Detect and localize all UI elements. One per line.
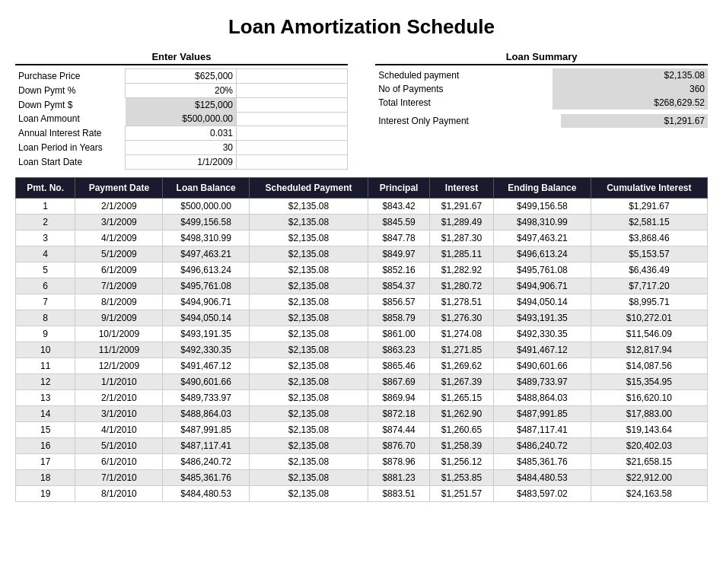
table-cell: $1,291.67 [430,199,494,215]
table-cell: $498,310.99 [494,215,591,230]
table-cell: $2,135.08 [249,310,368,326]
enter-values-label: Down Pymt $ [15,98,126,113]
table-cell: $1,253.85 [430,470,494,486]
table-cell: 3/1/2010 [75,406,163,422]
interest-only-row: Interest Only Payment $1,291.67 [375,114,708,128]
table-row: 1011/1/2009$492,330.35$2,135.08$863.23$1… [16,342,708,358]
table-cell: $492,330.35 [163,342,249,358]
table-cell: $496,613.24 [494,246,591,262]
loan-summary-label: No of Payments [375,82,553,96]
table-cell: $494,050.14 [494,294,591,310]
interest-only-label: Interest Only Payment [375,114,561,128]
table-row: 165/1/2010$487,117.41$2,135.08$876.70$1,… [16,438,708,454]
table-cell: $2,135.08 [249,422,368,438]
table-cell: $2,581.15 [591,215,707,230]
table-cell: $494,050.14 [163,310,249,326]
table-cell: $24,163.58 [591,486,707,502]
table-cell: $2,135.08 [249,215,368,230]
table-cell: $10,272.01 [591,310,707,326]
page-title: Loan Amortization Schedule [15,15,708,39]
table-row: 12/1/2009$500,000.00$2,135.08$843.42$1,2… [16,199,708,215]
table-cell: $11,546.09 [591,326,707,342]
table-row: 1112/1/2009$491,467.12$2,135.08$865.46$1… [16,358,708,374]
table-cell: $14,087.56 [591,358,707,374]
loan-summary-label: Scheduled payment [375,68,553,82]
table-cell: $493,191.35 [494,310,591,326]
table-cell: 1 [16,199,75,215]
table-cell: 11 [16,358,75,374]
table-cell: $489,733.97 [163,390,249,406]
table-cell: $484,480.53 [494,470,591,486]
table-cell: $495,761.08 [494,262,591,278]
table-cell: $488,864.03 [494,390,591,406]
enter-values-row: Loan Ammount$500,000.00 [15,112,347,126]
table-cell: $1,265.15 [430,390,494,406]
enter-values-value[interactable]: $500,000.00 [126,112,237,126]
enter-values-label: Purchase Price [15,69,126,84]
enter-values-extra [237,84,348,98]
table-cell: 10/1/2009 [75,326,163,342]
table-cell: $21,658.15 [591,454,707,470]
enter-values-row: Down Pymt $$125,000 [15,98,347,113]
table-cell: $496,613.24 [163,262,249,278]
table-cell: $2,135.08 [249,454,368,470]
table-cell: 4/1/2010 [75,422,163,438]
enter-values-value[interactable]: 0.031 [126,126,237,141]
loan-summary-row: Total Interest$268,629.52 [375,96,708,110]
table-cell: $488,864.03 [163,406,249,422]
enter-values-table: Purchase Price$625,000Down Pymt %20%Down… [15,68,348,170]
table-cell: 6/1/2009 [75,262,163,278]
enter-values-extra [237,112,348,126]
loan-summary-row: Scheduled payment$2,135.08 [375,68,708,82]
table-cell: 8/1/2010 [75,486,163,502]
enter-values-label: Down Pymt % [15,84,126,98]
table-cell: $881.23 [368,470,430,486]
table-cell: $491,467.12 [163,358,249,374]
interest-only-table: Interest Only Payment $1,291.67 [375,114,708,128]
loan-summary-value: $268,629.52 [553,96,708,110]
table-cell: $483,597.02 [494,486,591,502]
table-cell: 2/1/2009 [75,199,163,215]
enter-values-value[interactable]: 20% [126,84,237,98]
table-cell: $1,258.39 [430,438,494,454]
table-cell: $22,912.00 [591,470,707,486]
table-cell: $2,135.08 [249,374,368,390]
table-cell: $2,135.08 [249,342,368,358]
enter-values-extra [237,155,348,170]
enter-values-value[interactable]: $125,000 [126,98,237,113]
table-cell: $8,995.71 [591,294,707,310]
table-cell: $1,278.51 [430,294,494,310]
enter-values-extra [237,126,348,141]
table-cell: $19,143.64 [591,422,707,438]
table-cell: $498,310.99 [163,230,249,246]
table-cell: $863.23 [368,342,430,358]
table-cell: $484,480.53 [163,486,249,502]
table-cell: $3,868.46 [591,230,707,246]
table-row: 154/1/2010$487,991.85$2,135.08$874.44$1,… [16,422,708,438]
table-cell: $2,135.08 [249,199,368,215]
table-cell: 14 [16,406,75,422]
table-cell: 13 [16,390,75,406]
table-row: 23/1/2009$499,156.58$2,135.08$845.59$1,2… [16,215,708,230]
table-cell: 5/1/2010 [75,438,163,454]
enter-values-value[interactable]: 30 [126,141,237,155]
table-cell: $1,267.39 [430,374,494,390]
table-row: 56/1/2009$496,613.24$2,135.08$852.16$1,2… [16,262,708,278]
enter-values-section: Enter Values Purchase Price$625,000Down … [15,51,348,170]
table-cell: $1,271.85 [430,342,494,358]
table-cell: $490,601.66 [494,358,591,374]
table-cell: $5,153.57 [591,246,707,262]
enter-values-row: Loan Period in Years30 [15,141,347,155]
enter-values-value[interactable]: $625,000 [126,69,237,84]
enter-values-extra [237,69,348,84]
table-cell: $858.79 [368,310,430,326]
table-cell: $861.00 [368,326,430,342]
table-cell: $500,000.00 [163,199,249,215]
table-cell: $1,280.72 [430,278,494,294]
enter-values-value[interactable]: 1/1/2009 [126,155,237,170]
loan-summary-value: 360 [553,82,708,96]
table-cell: 9/1/2009 [75,310,163,326]
enter-values-label: Annual Interest Rate [15,126,126,141]
loan-summary-value: $2,135.08 [553,68,708,82]
table-cell: 1/1/2010 [75,374,163,390]
